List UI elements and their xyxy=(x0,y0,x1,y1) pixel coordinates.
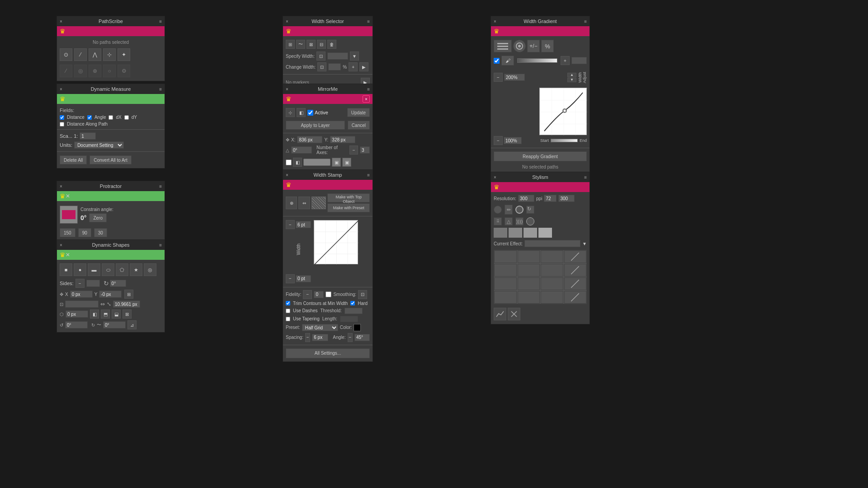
prot-btn-90[interactable]: 90 xyxy=(78,228,91,237)
ds-close[interactable]: × xyxy=(60,243,62,248)
ws-change-arrow[interactable]: ▶ xyxy=(359,62,368,71)
dm-menu[interactable]: ≡ xyxy=(159,87,162,92)
ds-flip-h[interactable]: ◧ xyxy=(90,310,99,319)
tool-wave[interactable]: ◎ xyxy=(74,65,87,77)
mm-menu[interactable]: ≡ xyxy=(367,87,370,92)
eg-cell-2-4[interactable] xyxy=(564,264,587,277)
tool-loop[interactable]: ⊕ xyxy=(89,65,101,77)
eg-cell-3-1[interactable] xyxy=(494,277,517,290)
dm-scale-input[interactable] xyxy=(80,132,96,140)
wst-link-icon[interactable]: ⇔ xyxy=(298,197,310,209)
eg-cell-2-1[interactable] xyxy=(494,264,517,277)
eg-cell-3-3[interactable] xyxy=(541,277,563,290)
eg-cell-4-3[interactable] xyxy=(541,291,563,304)
prot-menu[interactable]: ≡ xyxy=(159,184,162,189)
tool-pen[interactable]: ∕ xyxy=(74,48,87,61)
mm-cancel[interactable]: Cancel xyxy=(348,121,370,130)
ds-menu[interactable]: ≡ xyxy=(159,243,162,248)
dm-dx-check[interactable] xyxy=(108,115,113,120)
dm-angle-check[interactable] xyxy=(87,115,92,120)
shape-ring2[interactable]: ◎ xyxy=(144,263,156,276)
mm-update-btn[interactable]: Update xyxy=(347,108,370,117)
ds-flip-x[interactable]: ⊠ xyxy=(123,310,132,319)
wst-fid-decr[interactable]: − xyxy=(303,290,312,299)
styl-icon-rot[interactable]: ↻ xyxy=(526,206,534,214)
ws-specify-arrow[interactable]: ▼ xyxy=(350,52,359,61)
styl-icon-dots[interactable]: ⠿ xyxy=(494,217,502,225)
wg-start-end-bar[interactable] xyxy=(551,139,578,142)
eg-cell-1-3[interactable] xyxy=(541,250,563,263)
ds-rotation-input[interactable] xyxy=(66,310,88,318)
dm-dy-check[interactable] xyxy=(124,115,129,120)
ws-tool1[interactable]: ⊞ xyxy=(286,40,295,49)
dm-distance-check[interactable] xyxy=(60,115,64,120)
styl-expand-icon[interactable] xyxy=(508,308,520,320)
styl-icon-circle1[interactable] xyxy=(494,206,502,214)
prot-close[interactable]: × xyxy=(60,184,62,189)
tool-node[interactable]: ⊹ xyxy=(103,48,116,61)
ds-angle1-input[interactable] xyxy=(65,321,88,328)
wst-smooth-icon[interactable]: ⊡ xyxy=(358,290,367,299)
wst-stamp-icon[interactable]: ⊕ xyxy=(286,197,297,209)
wg-menu[interactable]: ≡ xyxy=(584,19,587,24)
wst-taper-check[interactable] xyxy=(286,317,290,321)
mm-axes-decr[interactable]: − xyxy=(349,145,358,155)
styl-icon-circle2[interactable] xyxy=(526,217,534,225)
ws-close[interactable]: × xyxy=(286,19,288,24)
wg-brush-check[interactable] xyxy=(494,58,500,64)
styl-res3[interactable] xyxy=(558,195,575,202)
wst-make-preset[interactable]: Make with Preset xyxy=(327,203,370,212)
ds-height-input[interactable] xyxy=(113,300,140,308)
ws-tool2[interactable]: 〜 xyxy=(296,40,305,49)
mm-x-input[interactable] xyxy=(297,136,322,143)
prot-btn-30[interactable]: 30 xyxy=(94,228,107,237)
tool-gear[interactable]: ⚙ xyxy=(118,65,130,77)
ds-y-input[interactable] xyxy=(99,291,122,298)
wst-fid-input[interactable] xyxy=(314,291,324,298)
tool-star[interactable]: ✦ xyxy=(118,48,130,61)
dm-dap-check[interactable] xyxy=(60,122,64,127)
wst-color-swatch[interactable] xyxy=(354,324,361,331)
mm-extra-check[interactable] xyxy=(286,160,292,165)
eg-cell-1-1[interactable] xyxy=(494,250,517,263)
ws-tool3[interactable]: ⊠ xyxy=(307,40,316,49)
shape-ellipse[interactable]: ⬭ xyxy=(102,263,114,276)
ws-menu[interactable]: ≡ xyxy=(367,19,370,24)
wg-zoom2-decr[interactable]: − xyxy=(494,136,503,145)
tool-curve[interactable]: ∕ xyxy=(60,65,72,77)
mm-layer-icon[interactable]: ◧ xyxy=(297,108,306,117)
wg-adj-up[interactable]: ▲ xyxy=(567,73,576,77)
styl-menu[interactable]: ≡ xyxy=(584,175,587,180)
wst-pt-input[interactable] xyxy=(296,221,311,228)
ws-specify-input[interactable] xyxy=(327,52,348,60)
pathscribe-close[interactable]: × xyxy=(60,19,62,24)
mm-close[interactable]: × xyxy=(286,87,288,92)
styl-chart-icon[interactable] xyxy=(494,308,506,320)
wg-brush-icon[interactable]: 🖌 xyxy=(501,56,514,66)
ws-change-icon[interactable]: ⊡ xyxy=(317,62,326,71)
wst-make-top[interactable]: Make with Top Object xyxy=(327,193,370,202)
tool-circle[interactable]: ⊙ xyxy=(60,48,72,61)
eg-cell-2-2[interactable] xyxy=(518,264,540,277)
mm-fill-icon[interactable]: ◧ xyxy=(293,158,302,167)
wg-gradient-slider[interactable] xyxy=(517,58,557,63)
ds-grid-icon[interactable]: ⊞ xyxy=(124,290,133,299)
wst-pt2-input[interactable] xyxy=(296,275,311,282)
wst-smooth-check[interactable] xyxy=(326,291,331,297)
styl-swatch3[interactable] xyxy=(524,228,537,238)
styl-close[interactable]: × xyxy=(494,175,496,180)
ds-angle-input[interactable] xyxy=(110,280,126,287)
wst-hard-check[interactable] xyxy=(350,301,355,305)
styl-icon-ring[interactable] xyxy=(515,206,524,214)
wst-dashes-check[interactable] xyxy=(286,309,290,313)
styl-icon-wifi[interactable]: )))) xyxy=(515,217,524,225)
tool-ring[interactable]: ○ xyxy=(103,65,116,77)
wst-pt2-decr[interactable]: − xyxy=(286,274,295,283)
shape-rect[interactable]: ▬ xyxy=(88,263,100,276)
wg-reapply[interactable]: Reapply Gradient xyxy=(494,151,587,161)
mm-axis-icon[interactable]: ⊹ xyxy=(286,108,295,117)
dm-convert-all[interactable]: Convert All to Art xyxy=(90,155,131,164)
wg-gradient-chart[interactable] xyxy=(539,88,587,135)
wg-zoom2-input[interactable] xyxy=(504,137,522,144)
wg-value-input[interactable]: 4.6 xyxy=(571,57,587,64)
